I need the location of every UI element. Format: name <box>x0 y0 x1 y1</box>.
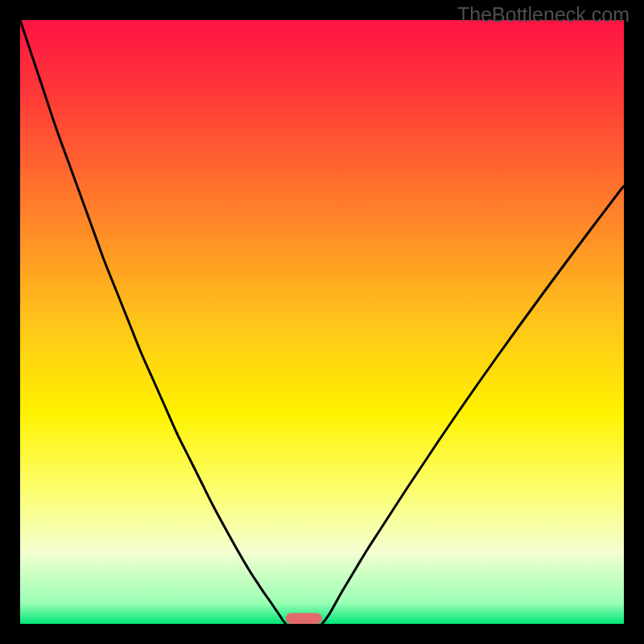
bottom-marker-group <box>286 613 322 625</box>
gradient-background <box>20 20 624 624</box>
watermark-text: TheBottleneck.com <box>457 3 630 27</box>
chart-svg <box>20 20 624 624</box>
chart-frame: TheBottleneck.com <box>0 0 644 644</box>
bottom-marker <box>286 613 322 625</box>
chart-plot-area <box>20 20 624 624</box>
